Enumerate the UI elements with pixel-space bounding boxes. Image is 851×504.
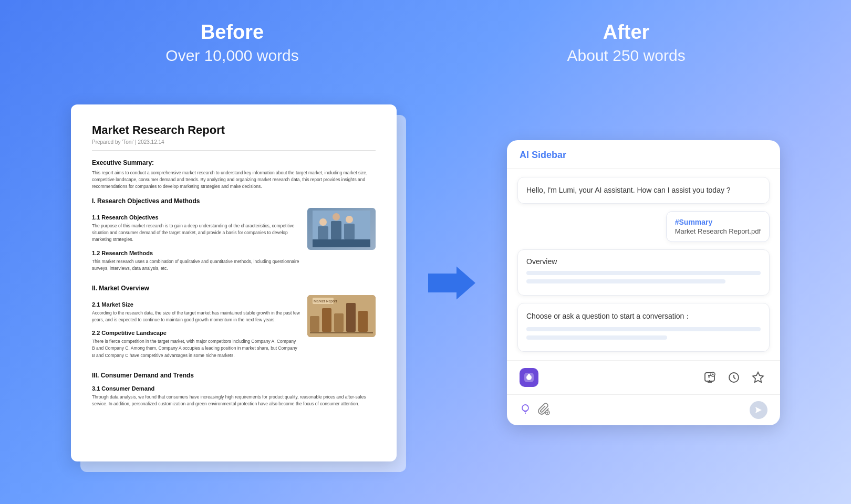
history-icon: [728, 371, 740, 384]
section2-text: 2.1 Market Size According to the researc…: [92, 295, 300, 364]
new-chat-icon: [703, 371, 716, 384]
svg-marker-30: [753, 372, 763, 382]
charts-svg: Market Report: [307, 295, 376, 337]
sidebar-title: AI Sidebar: [520, 150, 566, 160]
section1-image: [307, 208, 376, 250]
exec-summary-heading: Executive Summary:: [92, 159, 376, 166]
doc-title: Market Research Report: [92, 123, 376, 137]
filename-label: Market Research Report.pdf: [675, 227, 761, 235]
skeleton-line-4: [526, 335, 667, 340]
after-subtitle: About 250 words: [567, 47, 686, 65]
svg-point-20: [528, 374, 530, 376]
section1-sub2: 1.2 Research Methods: [92, 250, 300, 256]
question-prompt-bubble: Choose or ask a question to start a conv…: [517, 303, 770, 352]
svg-rect-12: [346, 303, 356, 332]
svg-rect-9: [310, 316, 319, 332]
send-icon: [754, 406, 763, 414]
top-labels: Before Over 10,000 words After About 250…: [32, 21, 819, 65]
image-charts: Market Report: [307, 295, 376, 337]
settings-icon: [752, 371, 764, 384]
sidebar-bottom-icons: [507, 360, 780, 394]
paperclip-svg: [537, 403, 550, 415]
lightbulb-svg: [520, 403, 531, 415]
sidebar-icon-group: [700, 368, 767, 387]
section3-sub1: 3.1 Consumer Demand: [92, 385, 376, 392]
history-button[interactable]: [724, 368, 743, 387]
section2-row: 2.1 Market Size According to the researc…: [92, 295, 376, 364]
section3-body1: Through data analysis, we found that con…: [92, 394, 376, 407]
lumi-icon: [523, 372, 535, 383]
document-card: Market Research Report Prepared by 'Toni…: [71, 104, 397, 461]
svg-rect-10: [322, 308, 331, 332]
new-chat-button[interactable]: [700, 368, 719, 387]
arrow-section: [428, 265, 475, 301]
settings-button[interactable]: [749, 368, 767, 387]
skeleton-line-1: [526, 271, 761, 275]
overview-bubble: Overview: [517, 249, 770, 296]
office-svg: [313, 211, 370, 247]
svg-rect-4: [313, 239, 370, 247]
ai-logo-button[interactable]: [520, 368, 538, 387]
user-summary-bubble: #Summary Market Research Report.pdf: [666, 211, 770, 242]
before-title: Before: [201, 21, 264, 44]
after-label-section: After About 250 words: [567, 21, 686, 65]
section1-body1: The purpose of this market research is t…: [92, 223, 300, 244]
svg-rect-3: [344, 224, 355, 239]
section1-sub1: 1.1 Research Objectives: [92, 214, 300, 220]
section2-body2: There is fierce competition in the targe…: [92, 338, 300, 359]
sidebar-header: AI Sidebar: [507, 140, 780, 169]
svg-text:Market Report: Market Report: [314, 299, 337, 303]
doc-meta: Prepared by 'Toni' | 2023.12.14: [92, 139, 376, 151]
after-title: After: [603, 21, 650, 44]
main-content: Market Research Report Prepared by 'Toni…: [32, 77, 819, 488]
svg-rect-1: [318, 226, 328, 239]
section1-row: 1.1 Research Objectives The purpose of t…: [92, 208, 376, 277]
section1-body2: This market research uses a combination …: [92, 258, 300, 272]
section2-sub1: 2.1 Market Size: [92, 301, 300, 308]
before-section: Market Research Report Prepared by 'Toni…: [71, 104, 397, 461]
sidebar-body: Hello, I'm Lumi, your AI assistant. How …: [507, 169, 780, 360]
question-prompt-text: Choose or ask a question to start a conv…: [526, 311, 761, 322]
svg-point-6: [333, 213, 340, 220]
section1-heading: I. Research Objectives and Methods: [92, 197, 376, 205]
section3-heading: III. Consumer Demand and Trends: [92, 372, 376, 379]
right-arrow-icon: [428, 265, 475, 301]
before-subtitle: Over 10,000 words: [165, 47, 298, 65]
svg-point-31: [522, 405, 528, 411]
svg-rect-11: [334, 313, 344, 332]
exec-summary-body: This report aims to conduct a comprehens…: [92, 170, 376, 191]
after-section: AI Sidebar Hello, I'm Lumi, your AI assi…: [507, 140, 780, 425]
send-button[interactable]: [750, 401, 767, 419]
ai-sidebar: AI Sidebar Hello, I'm Lumi, your AI assi…: [507, 140, 780, 425]
ai-greeting-text: Hello, I'm Lumi, your AI assistant. How …: [526, 186, 731, 194]
section2-body1: According to the research data, the size…: [92, 310, 300, 323]
ai-greeting-bubble: Hello, I'm Lumi, your AI assistant. How …: [517, 177, 770, 204]
svg-marker-17: [428, 266, 475, 299]
section1-text: 1.1 Research Objectives The purpose of t…: [92, 208, 300, 277]
section2-image: Market Report: [307, 295, 376, 337]
before-label-section: Before Over 10,000 words: [165, 21, 298, 65]
lightbulb-icon[interactable]: [520, 403, 531, 417]
hashtag-label: #Summary: [675, 218, 761, 226]
svg-point-5: [319, 218, 327, 226]
svg-rect-2: [331, 221, 341, 239]
overview-title: Overview: [526, 257, 761, 266]
skeleton-line-2: [526, 279, 725, 284]
skeleton-line-3: [526, 327, 761, 331]
section2-sub2: 2.2 Competitive Landscape: [92, 330, 300, 336]
section2-heading: II. Market Overview: [92, 285, 376, 292]
attachment-icon[interactable]: [537, 403, 550, 418]
svg-rect-13: [358, 311, 368, 332]
svg-point-7: [346, 216, 353, 223]
image-office: [307, 208, 376, 250]
sidebar-input-area: [507, 394, 780, 425]
